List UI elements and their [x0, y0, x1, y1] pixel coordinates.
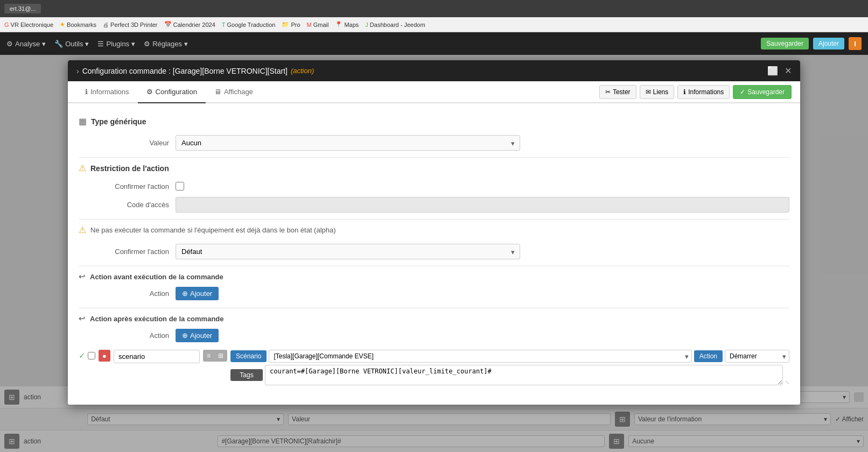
scenario-select-wrap: [Tesla][Garage][Commande EVSE] [269, 350, 691, 363]
valeur-select[interactable]: Aucun [176, 135, 520, 151]
topbar-ajouter-button[interactable]: Ajouter [813, 38, 844, 50]
code-acces-input[interactable] [176, 197, 789, 213]
action-avant-row: Action ⊕ Ajouter [79, 287, 789, 300]
action-check-group: ✓ [79, 350, 95, 361]
divider-3 [79, 266, 789, 266]
restriction-title: Restriction de l'action [90, 164, 169, 173]
bookmark-traduction[interactable]: T Google Traduction [222, 22, 276, 28]
tab-configuration[interactable]: ⚙ Configuration [138, 81, 206, 103]
btn-informations[interactable]: ℹ Informations [677, 85, 730, 99]
bookmark-cal-icon: 📅 [164, 21, 172, 28]
badge-scenario: Scénario [230, 350, 267, 362]
browser-tab[interactable]: ert.31@... [4, 4, 41, 13]
valeur-select-wrapper: Aucun [176, 135, 520, 151]
tester-icon: ✂ [605, 88, 611, 96]
scenario-select[interactable]: [Tesla][Garage][Commande EVSE] [269, 350, 691, 363]
tab-affichage[interactable]: 🖥 Affichage [206, 81, 262, 103]
divider-1 [79, 157, 789, 158]
topbar-menu-analyse[interactable]: ⚙ Analyse ▾ [6, 40, 46, 48]
modal-tabs-left: ℹ Informations ⚙ Configuration 🖥 Afficha… [76, 81, 262, 102]
scenario-row2: Tags ⤡ [230, 365, 789, 385]
modal-body: ▦ Type générique Valeur Aucun ⚠ Restrict… [68, 103, 800, 405]
action-avant-section: ↩ Action avant exécution de la commande … [79, 272, 789, 300]
bookmark-pro[interactable]: 📁 Pro [282, 21, 300, 28]
bookmark-jeedom[interactable]: J Dashboard - Jeedom [365, 22, 425, 28]
action-apres-header: ↩ Action après exécution de la commande [79, 314, 789, 323]
action-row-checkbox[interactable] [88, 352, 95, 359]
code-acces-label: Code d'accès [79, 201, 176, 209]
action-apres-section: ↩ Action après exécution de la commande … [79, 314, 789, 389]
modal-expand-icon[interactable]: ⬜ [767, 66, 778, 76]
check-green-icon: ✓ [79, 351, 86, 361]
restriction-icon: ⚠ [79, 163, 86, 173]
action-apres-label: Action [79, 331, 176, 340]
action-apres-icon: ↩ [79, 314, 86, 323]
restriction-section: ⚠ Restriction de l'action [79, 163, 789, 173]
liens-label: Liens [653, 88, 669, 96]
divider-4 [79, 308, 789, 308]
reglages-chevron: ▾ [184, 40, 188, 48]
topbar-menu-outils[interactable]: 🔧 Outils ▾ [54, 40, 89, 48]
scenario-input[interactable] [114, 350, 200, 363]
analyse-icon: ⚙ [6, 40, 13, 48]
modal-header: › Configuration commande : [Garage][Born… [68, 60, 800, 81]
tab-informations-label: Informations [90, 88, 129, 96]
type-generique-section: ▦ Type générique [79, 116, 789, 126]
topbar-menu-plugins[interactable]: ☰ Plugins ▾ [97, 40, 135, 48]
modal-title-main: Configuration commande : [Garage][Borne … [82, 67, 288, 75]
bookmark-calendrier[interactable]: 📅 Calendrier 2024 [164, 21, 215, 28]
confirmer-action-checkbox[interactable] [176, 182, 184, 190]
action-button[interactable]: Action [694, 350, 723, 362]
outils-icon: 🔧 [54, 40, 63, 48]
bookmark-maps-icon: 📍 [335, 21, 342, 28]
tags-textarea[interactable] [265, 365, 783, 385]
code-acces-row: Code d'accès [79, 197, 789, 213]
alpha-icon: ⚠ [79, 225, 86, 235]
bookmark-bookmarks[interactable]: ★ Bookmarks [60, 21, 96, 28]
tab-informations[interactable]: ℹ Informations [76, 81, 138, 103]
type-generique-icon: ▦ [79, 116, 87, 126]
reglages-icon: ⚙ [144, 40, 150, 48]
btn-sauvegarder[interactable]: ✓ Sauvegarder [733, 85, 792, 99]
action-apres-ajouter-button[interactable]: ⊕ Ajouter [176, 329, 219, 342]
action-apres-plus-icon: ⊕ [182, 331, 188, 340]
modal: › Configuration commande : [Garage][Born… [68, 60, 800, 405]
bookmark-3d-icon: 🖨 [103, 22, 109, 28]
modal-close-icon[interactable]: ✕ [785, 66, 792, 76]
grid-icon-button[interactable]: ⊞ [214, 350, 227, 362]
sauvegarder-icon: ✓ [740, 88, 745, 96]
topbar-menu-reglages[interactable]: ⚙ Réglages ▾ [144, 40, 188, 48]
outils-label: Outils [65, 40, 83, 48]
modal-title: › Configuration commande : [Garage][Born… [76, 67, 314, 75]
confirmer-select-wrapper: Défaut [176, 244, 520, 259]
bookmark-gmail-label: Gmail [313, 22, 329, 28]
scenario-row1: Scénario [Tesla][Garage][Commande EVSE] … [230, 350, 789, 363]
app-topbar: ⚙ Analyse ▾ 🔧 Outils ▾ ☰ Plugins ▾ ⚙ Rég… [0, 32, 868, 55]
modal-tabs-right: ✂ Tester ✉ Liens ℹ Informations ✓ Sauveg… [599, 85, 792, 99]
modal-title-chevron: › [76, 67, 79, 75]
bookmarks-bar: G VR Electronique ★ Bookmarks 🖨 Perfect … [0, 17, 868, 32]
bookmark-3dprinter[interactable]: 🖨 Perfect 3D Printer [103, 22, 157, 28]
action-avant-ajouter-label: Ajouter [190, 289, 212, 298]
list-buttons: ≡ ⊞ [203, 350, 227, 362]
action-avant-icon: ↩ [79, 272, 86, 281]
main-area: ⊞ action #[Garage][Borne VETRONIC][Rafra… [0, 55, 868, 452]
topbar-sauvegarder-button[interactable]: Sauvegarder [761, 38, 809, 50]
btn-tester[interactable]: ✂ Tester [599, 85, 636, 99]
btn-liens[interactable]: ✉ Liens [640, 85, 675, 99]
bookmark-maps[interactable]: 📍 Maps [335, 21, 359, 28]
confirmer-action-label-2: Confirmer l'action [79, 248, 176, 256]
list-icon-button[interactable]: ≡ [203, 350, 214, 362]
bookmark-gmail[interactable]: M Gmail [307, 22, 329, 28]
confirmer-select[interactable]: Défaut [176, 244, 520, 259]
bookmark-bookmarks-label: Bookmarks [67, 22, 96, 28]
bookmark-vr[interactable]: G VR Electronique [4, 22, 53, 28]
action-avant-ajouter-button[interactable]: ⊕ Ajouter [176, 287, 219, 300]
modal-header-icons: ⬜ ✕ [767, 66, 792, 76]
scenario-group: Scénario [Tesla][Garage][Commande EVSE] … [230, 350, 789, 385]
action-dropdown[interactable]: Démarrer [725, 350, 789, 363]
tab-configuration-label: Configuration [156, 88, 197, 96]
action-dropdown-wrap: Démarrer [725, 350, 789, 363]
topbar-user-avatar: I [849, 37, 862, 50]
action-remove-button[interactable]: ● [99, 350, 110, 362]
